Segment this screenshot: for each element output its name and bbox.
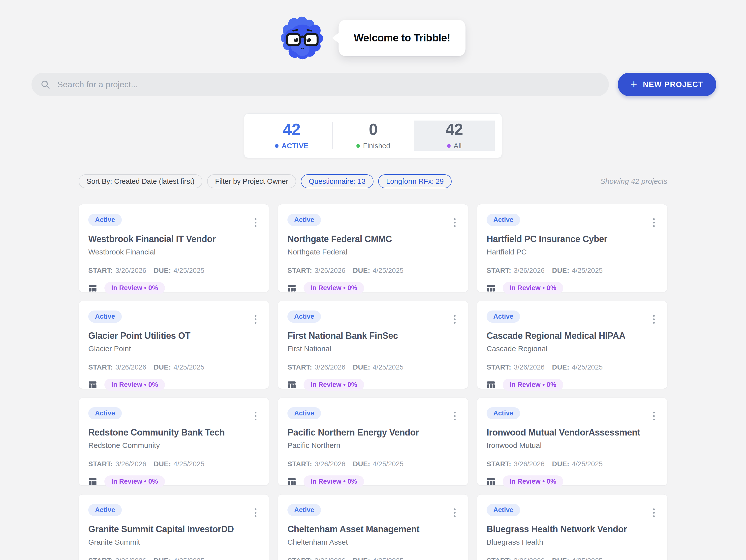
- project-owner: Bluegrass Health: [487, 538, 658, 547]
- finished-dot-icon: [356, 144, 360, 148]
- table-icon: [287, 284, 296, 292]
- kebab-menu-icon[interactable]: [652, 217, 656, 228]
- start-label: START:: [88, 557, 113, 560]
- table-icon: [487, 284, 495, 292]
- project-card[interactable]: Active Northgate Federal CMMC Northgate …: [278, 204, 468, 292]
- status-badge: Active: [287, 504, 321, 516]
- project-card[interactable]: Active Redstone Community Bank Tech Reds…: [79, 397, 269, 485]
- search-box[interactable]: [31, 73, 609, 96]
- kebab-menu-icon[interactable]: [452, 313, 457, 325]
- welcome-speech-bubble: Welcome to Tribble!: [339, 20, 466, 56]
- project-title: Redstone Community Bank Tech: [88, 427, 259, 438]
- new-project-label: NEW PROJECT: [643, 80, 704, 89]
- project-dates: START: 3/26/2026 DUE: 4/25/2025: [88, 460, 259, 468]
- card-footer: In Review • 0%: [88, 282, 259, 294]
- project-card[interactable]: Active Ironwood Mutual VendorAssessment …: [477, 397, 667, 485]
- status-badge: Active: [287, 214, 321, 226]
- status-badge: Active: [487, 504, 520, 516]
- project-title: Bluegrass Health Network Vendor: [487, 524, 658, 534]
- filter-owner-chip[interactable]: Filter by Project Owner: [207, 174, 296, 188]
- project-grid: Active Westbrook Financial IT Vendor Wes…: [79, 204, 667, 560]
- start-date: 3/26/2026: [115, 363, 146, 371]
- due-label: DUE:: [154, 267, 171, 275]
- due-label: DUE:: [154, 460, 171, 468]
- project-dates: START: 3/26/2026 DUE: 4/25/2025: [487, 267, 658, 275]
- project-card[interactable]: Active Pacific Northern Energy Vendor Pa…: [278, 397, 468, 485]
- start-date: 3/26/2026: [314, 460, 345, 468]
- longform-rfx-chip[interactable]: Longform RFx: 29: [378, 174, 452, 188]
- status-badge: Active: [487, 407, 520, 419]
- questionnaire-chip[interactable]: Questionnaire: 13: [301, 174, 373, 188]
- progress-status-pill: In Review • 0%: [304, 379, 364, 391]
- start-date: 3/26/2026: [314, 557, 345, 560]
- search-input[interactable]: [57, 79, 600, 89]
- project-owner: First National: [287, 344, 459, 353]
- project-owner: Westbrook Financial: [88, 248, 259, 256]
- start-date: 3/26/2026: [314, 267, 345, 275]
- project-card[interactable]: Active Hartfield PC Insurance Cyber Hart…: [477, 204, 667, 292]
- start-label: START:: [487, 267, 511, 275]
- project-owner: Redstone Community: [88, 441, 259, 450]
- search-row: + NEW PROJECT: [31, 73, 716, 96]
- kebab-menu-icon[interactable]: [253, 410, 258, 422]
- plus-icon: +: [631, 79, 637, 89]
- project-title: First National Bank FinSec: [287, 331, 459, 341]
- start-label: START:: [287, 267, 312, 275]
- card-footer: In Review • 0%: [287, 379, 459, 391]
- progress-status-pill: In Review • 0%: [105, 379, 165, 391]
- table-icon: [88, 284, 97, 292]
- project-card[interactable]: Active Westbrook Financial IT Vendor Wes…: [79, 204, 269, 292]
- status-badge: Active: [88, 310, 122, 323]
- table-icon: [287, 477, 296, 486]
- project-dates: START: 3/26/2026 DUE: 4/25/2025: [88, 363, 259, 371]
- active-dot-icon: [275, 144, 279, 148]
- table-icon: [487, 477, 495, 486]
- due-label: DUE:: [353, 557, 370, 560]
- table-icon: [88, 477, 97, 486]
- kebab-menu-icon[interactable]: [253, 217, 258, 228]
- project-card[interactable]: Active First National Bank FinSec First …: [278, 301, 468, 389]
- all-count: 42: [446, 121, 463, 137]
- due-label: DUE:: [552, 460, 569, 468]
- progress-status-pill: In Review • 0%: [105, 475, 165, 487]
- welcome-text: Welcome to Tribble!: [354, 32, 450, 44]
- kebab-menu-icon[interactable]: [253, 313, 258, 325]
- status-badge: Active: [88, 214, 122, 226]
- sort-by-chip[interactable]: Sort By: Created Date (latest first): [79, 174, 202, 188]
- stat-tab-active[interactable]: 42 ACTIVE: [251, 120, 332, 151]
- kebab-menu-icon[interactable]: [452, 507, 457, 519]
- kebab-menu-icon[interactable]: [652, 410, 656, 422]
- new-project-button[interactable]: + NEW PROJECT: [618, 73, 716, 96]
- start-date: 3/26/2026: [514, 267, 545, 275]
- project-card[interactable]: Active Glacier Point Utilities OT Glacie…: [79, 301, 269, 389]
- kebab-menu-icon[interactable]: [652, 313, 656, 325]
- kebab-menu-icon[interactable]: [452, 410, 457, 422]
- start-label: START:: [487, 460, 511, 468]
- project-card[interactable]: Active Cascade Regional Medical HIPAA Ca…: [477, 301, 667, 389]
- stat-tab-finished[interactable]: 0 Finished: [333, 120, 414, 151]
- kebab-menu-icon[interactable]: [253, 507, 258, 519]
- due-label: DUE:: [552, 363, 569, 371]
- card-footer: In Review • 0%: [287, 282, 459, 294]
- due-date: 4/25/2025: [174, 363, 205, 371]
- showing-count-text: Showing 42 projects: [600, 177, 667, 186]
- project-dates: START: 3/26/2026 DUE: 4/25/2025: [487, 363, 658, 371]
- due-date: 4/25/2025: [572, 557, 603, 560]
- kebab-menu-icon[interactable]: [652, 507, 656, 519]
- project-card[interactable]: Active Granite Summit Capital InvestorDD…: [79, 494, 269, 560]
- kebab-menu-icon[interactable]: [452, 217, 457, 228]
- stat-tab-all[interactable]: 42 All: [414, 120, 495, 151]
- start-date: 3/26/2026: [314, 363, 345, 371]
- progress-status-pill: In Review • 0%: [105, 282, 165, 294]
- project-card[interactable]: Active Bluegrass Health Network Vendor B…: [477, 494, 667, 560]
- all-label: All: [454, 142, 462, 150]
- status-badge: Active: [487, 310, 520, 323]
- progress-status-pill: In Review • 0%: [304, 475, 364, 487]
- start-label: START:: [487, 363, 511, 371]
- status-badge: Active: [287, 407, 321, 419]
- due-date: 4/25/2025: [373, 557, 404, 560]
- project-card[interactable]: Active Cheltenham Asset Management Chelt…: [278, 494, 468, 560]
- due-date: 4/25/2025: [373, 267, 404, 275]
- project-title: Granite Summit Capital InvestorDD: [88, 524, 259, 534]
- project-dates: START: 3/26/2026 DUE: 4/25/2025: [88, 557, 259, 560]
